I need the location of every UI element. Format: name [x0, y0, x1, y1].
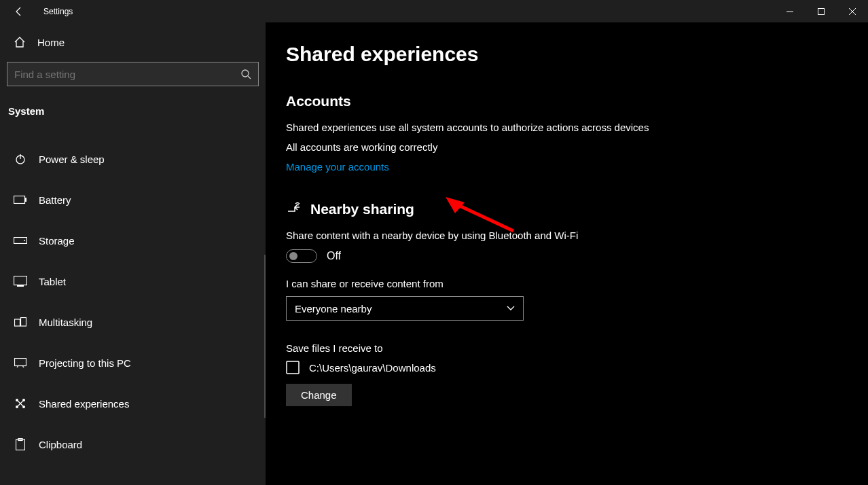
- sidebar-item-storage[interactable]: Storage: [7, 226, 259, 255]
- svg-rect-10: [14, 276, 27, 285]
- svg-line-3: [248, 76, 251, 79]
- minimize-button[interactable]: [774, 0, 806, 22]
- sidebar-item-label: Clipboard: [39, 439, 82, 450]
- window-title: Settings: [43, 7, 73, 16]
- manage-accounts-link[interactable]: Manage your accounts: [286, 161, 848, 173]
- accounts-heading: Accounts: [286, 93, 848, 109]
- svg-point-9: [24, 240, 25, 241]
- svg-rect-7: [25, 198, 26, 202]
- nearby-heading: Nearby sharing: [310, 201, 414, 217]
- svg-rect-13: [21, 318, 26, 327]
- scrollbar[interactable]: [264, 255, 266, 418]
- share-from-select[interactable]: Everyone nearby: [286, 296, 524, 321]
- sidebar-item-battery[interactable]: Battery: [7, 185, 259, 215]
- nearby-toggle[interactable]: [286, 249, 317, 263]
- sidebar-home[interactable]: Home: [7, 22, 259, 62]
- clipboard-icon: [14, 438, 27, 450]
- home-icon: [14, 36, 26, 48]
- close-button[interactable]: [837, 0, 868, 22]
- battery-icon: [14, 196, 27, 204]
- folder-icon: [286, 361, 300, 374]
- svg-rect-11: [17, 285, 24, 287]
- search-box[interactable]: [7, 62, 259, 86]
- svg-rect-21: [287, 361, 299, 374]
- sidebar: Home System Power & sleep Battery: [0, 22, 266, 485]
- nearby-sharing-icon: [286, 202, 302, 217]
- svg-rect-12: [15, 319, 20, 326]
- sidebar-item-projecting[interactable]: Projecting to this PC: [7, 348, 259, 378]
- page-title: Shared experiences: [286, 43, 848, 66]
- tablet-icon: [14, 276, 27, 287]
- power-icon: [14, 153, 27, 165]
- chevron-down-icon: [507, 306, 515, 311]
- sidebar-item-label: Power & sleep: [39, 154, 105, 165]
- accounts-status: All accounts are working correctly: [286, 141, 693, 153]
- sidebar-item-label: Battery: [39, 194, 71, 206]
- svg-rect-6: [14, 196, 25, 204]
- svg-point-2: [242, 70, 249, 77]
- sidebar-item-shared-experiences[interactable]: Shared experiences: [7, 389, 259, 418]
- sidebar-item-label: Storage: [39, 235, 75, 247]
- save-files-label: Save files I receive to: [286, 342, 848, 354]
- storage-icon: [14, 237, 27, 244]
- svg-rect-1: [818, 8, 825, 14]
- projecting-icon: [14, 358, 27, 367]
- share-from-value: Everyone nearby: [295, 303, 372, 315]
- shared-experiences-icon: [14, 397, 27, 410]
- svg-rect-19: [16, 439, 25, 450]
- sidebar-home-label: Home: [37, 37, 65, 48]
- sidebar-section-label: System: [7, 86, 259, 124]
- sidebar-item-multitasking[interactable]: Multitasking: [7, 307, 259, 337]
- sidebar-item-label: Multitasking: [39, 317, 92, 328]
- nearby-toggle-label: Off: [327, 250, 341, 262]
- search-icon: [240, 69, 251, 79]
- search-input[interactable]: [14, 69, 240, 80]
- svg-rect-14: [15, 359, 26, 366]
- sidebar-item-label: Projecting to this PC: [39, 357, 131, 369]
- sidebar-item-clipboard[interactable]: Clipboard: [7, 429, 259, 459]
- accounts-description: Shared experiences use all system accoun…: [286, 122, 693, 133]
- back-icon[interactable]: [14, 6, 24, 17]
- change-button[interactable]: Change: [286, 384, 352, 406]
- multitasking-icon: [14, 317, 27, 327]
- sidebar-item-label: Shared experiences: [39, 398, 129, 410]
- share-from-label: I can share or receive content from: [286, 278, 848, 289]
- sidebar-item-label: Tablet: [39, 276, 66, 287]
- sidebar-item-tablet[interactable]: Tablet: [7, 266, 259, 296]
- maximize-button[interactable]: [806, 0, 837, 22]
- sidebar-item-power-sleep[interactable]: Power & sleep: [7, 144, 259, 174]
- nearby-description: Share content with a nearby device by us…: [286, 230, 693, 241]
- save-path: C:\Users\gaurav\Downloads: [309, 362, 436, 374]
- main-content: Shared experiences Accounts Shared exper…: [266, 22, 868, 485]
